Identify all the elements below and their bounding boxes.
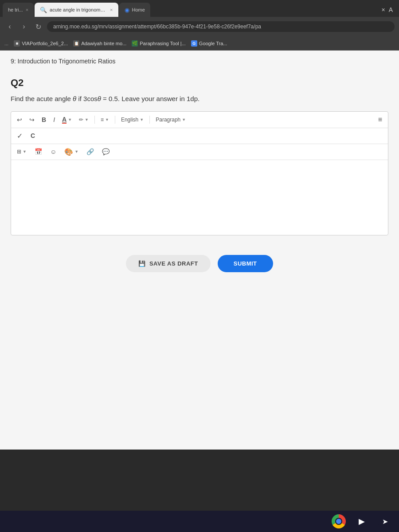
- bookmark-adawiyah-label: Adawiyah binte mo...: [81, 41, 126, 46]
- clear-icon: C: [31, 132, 35, 139]
- font-color-label: A: [62, 116, 66, 124]
- calendar-icon: 📅: [35, 148, 42, 155]
- table-icon: ⊞: [17, 149, 21, 155]
- tab-2-close[interactable]: ×: [110, 7, 113, 12]
- table-chevron: ▼: [23, 149, 27, 154]
- bookmark-viaporfolio[interactable]: ■ VIAPortfolio_2e6_2...: [14, 40, 68, 47]
- tab-3-label: Home: [132, 7, 145, 12]
- tab-1-label: he tri...: [8, 7, 23, 12]
- bookmark-paraphrasing-icon: 🌿: [132, 40, 138, 47]
- comment-icon: 💬: [102, 148, 110, 155]
- menu-button[interactable]: ≡: [376, 114, 384, 125]
- question-text: Find the acute angle θ if 3cosθ = 0.5. L…: [11, 94, 388, 104]
- bookmark-paraphrasing[interactable]: 🌿 Paraphrasing Tool |...: [132, 40, 186, 47]
- address-text: arning.moe.edu.sg/mrv/assignment/attempt…: [53, 23, 261, 30]
- language-dropdown[interactable]: English ▼: [119, 115, 146, 124]
- save-draft-icon: 💾: [138, 260, 146, 267]
- align-icon: ≡: [101, 117, 104, 123]
- browser-chrome: he tri... × 🔍 acute angle in trigonometr…: [0, 0, 399, 51]
- bottom-buttons: 💾 SAVE AS DRAFT SUBMIT: [0, 244, 399, 283]
- paragraph-label: Paragraph: [156, 117, 180, 123]
- bookmark-viaporfolio-label: VIAPortfolio_2e6_2...: [22, 41, 68, 46]
- chrome-taskbar-icon[interactable]: [332, 514, 346, 528]
- question-number: Q2: [11, 77, 388, 89]
- bold-label: B: [42, 116, 46, 123]
- paragraph-chevron: ▼: [182, 117, 186, 122]
- link-button[interactable]: 🔗: [84, 147, 96, 156]
- tab-1-close[interactable]: ×: [26, 7, 28, 12]
- bold-button[interactable]: B: [39, 115, 48, 125]
- color-picker-icon: 🎨: [64, 148, 73, 156]
- bookmark-paraphrasing-label: Paraphrasing Tool |...: [140, 41, 186, 46]
- separator-2: [115, 116, 115, 124]
- play-icon: ▶: [359, 516, 365, 526]
- bookmark-google-icon: G: [191, 40, 197, 47]
- undo-button[interactable]: ↩: [15, 115, 24, 125]
- font-color-dropdown[interactable]: A ▼: [60, 114, 74, 125]
- tab-1[interactable]: he tri... ×: [3, 3, 34, 17]
- editor-toolbar-row3: ⊞ ▼ 📅 ☺ 🎨 ▼ 🔗: [11, 144, 388, 160]
- emoji-button[interactable]: ☺: [48, 147, 59, 156]
- maximize-button[interactable]: A: [389, 6, 393, 13]
- save-draft-button[interactable]: 💾 SAVE AS DRAFT: [126, 255, 210, 272]
- font-color-chevron: ▼: [68, 117, 72, 122]
- tab-2[interactable]: 🔍 acute angle in trigonometry if ×: [35, 3, 118, 17]
- highlight-icon: ✏: [79, 117, 83, 123]
- section-title: 9: Introduction to Trigonometric Ratios: [11, 58, 116, 65]
- language-chevron: ▼: [140, 117, 144, 122]
- table-dropdown[interactable]: ⊞ ▼: [15, 147, 29, 156]
- reload-button[interactable]: ↻: [33, 23, 43, 31]
- language-label: English: [121, 117, 138, 123]
- checkmark-button[interactable]: ✓: [15, 130, 25, 141]
- submit-button[interactable]: SUBMIT: [218, 255, 273, 272]
- send-taskbar-icon[interactable]: ➤: [378, 514, 392, 528]
- address-bar[interactable]: arning.moe.edu.sg/mrv/assignment/attempt…: [47, 21, 395, 32]
- play-taskbar-icon[interactable]: ▶: [355, 514, 369, 528]
- close-button[interactable]: ×: [381, 6, 385, 13]
- bookmark-adawiyah[interactable]: 📋 Adawiyah binte mo...: [73, 40, 126, 47]
- submit-label: SUBMIT: [234, 260, 257, 267]
- special-chars-button[interactable]: 📅: [32, 147, 44, 156]
- align-dropdown[interactable]: ≡ ▼: [98, 115, 111, 124]
- answer-editor: ↩ ↪ B I A ▼ ✏ ▼: [11, 111, 388, 235]
- comment-button[interactable]: 💬: [100, 147, 112, 156]
- editor-toolbar-row1: ↩ ↪ B I A ▼ ✏ ▼: [11, 112, 388, 128]
- bookmark-google-label: Google Tra...: [199, 41, 227, 46]
- separator-3: [149, 116, 150, 124]
- italic-label: I: [53, 116, 55, 123]
- question-area: Q2 Find the acute angle θ if 3cosθ = 0.5…: [0, 68, 399, 244]
- taskbar: ▶ ➤: [0, 511, 399, 532]
- color-picker-chevron: ▼: [74, 149, 78, 154]
- bookmarks-dots: ...: [4, 41, 8, 46]
- redo-button[interactable]: ↪: [27, 115, 37, 125]
- emoji-icon: ☺: [50, 148, 56, 155]
- bookmark-google[interactable]: G Google Tra...: [191, 40, 227, 47]
- window-controls: × A: [381, 6, 396, 13]
- page-content: 9: Introduction to Trigonometric Ratios …: [0, 51, 399, 450]
- tab-3[interactable]: ◉ Home: [119, 3, 150, 17]
- address-bar-row: ‹ › ↻ arning.moe.edu.sg/mrv/assignment/a…: [0, 17, 399, 36]
- save-draft-label: SAVE AS DRAFT: [149, 260, 198, 267]
- highlight-chevron: ▼: [85, 117, 89, 122]
- send-icon: ➤: [382, 517, 388, 526]
- clear-button[interactable]: C: [28, 131, 37, 141]
- align-chevron: ▼: [105, 117, 109, 122]
- undo-icon: ↩: [17, 116, 22, 123]
- back-button[interactable]: ‹: [4, 23, 15, 31]
- menu-icon: ≡: [378, 116, 382, 124]
- italic-button[interactable]: I: [51, 115, 57, 125]
- link-icon: 🔗: [86, 148, 94, 155]
- forward-button[interactable]: ›: [19, 23, 29, 31]
- bookmarks-bar: ... ■ VIAPortfolio_2e6_2... 📋 Adawiyah b…: [0, 36, 399, 51]
- separator-1: [94, 116, 95, 124]
- editor-body[interactable]: [11, 160, 388, 231]
- highlight-dropdown[interactable]: ✏ ▼: [77, 115, 91, 124]
- redo-icon: ↪: [29, 116, 35, 123]
- bookmark-viaporfolio-icon: ■: [14, 40, 20, 47]
- color-picker-dropdown[interactable]: 🎨 ▼: [62, 146, 81, 157]
- tab-2-label: acute angle in trigonometry if: [50, 7, 107, 12]
- bookmark-adawiyah-icon: 📋: [73, 40, 79, 47]
- tab-2-icon: 🔍: [40, 7, 47, 13]
- paragraph-dropdown[interactable]: Paragraph ▼: [153, 115, 188, 124]
- checkmark-icon: ✓: [17, 132, 23, 140]
